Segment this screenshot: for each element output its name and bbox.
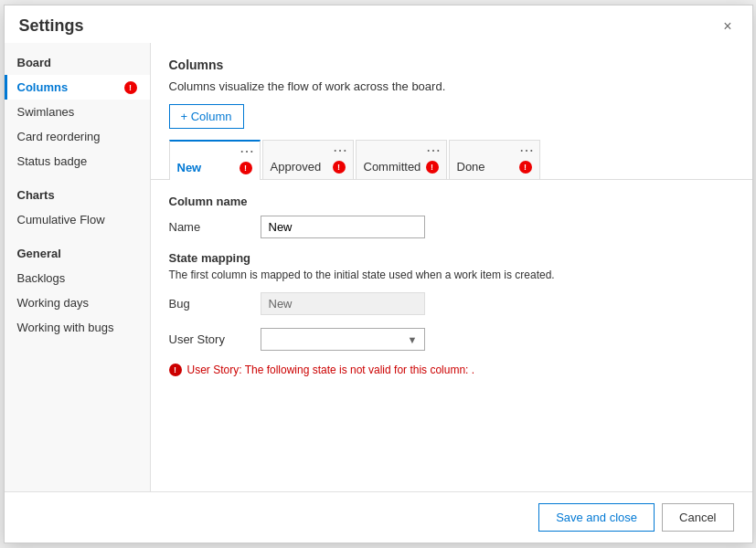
- main-content: Columns Columns visualize the flow of wo…: [151, 43, 752, 491]
- sidebar-item-columns[interactable]: Columns !: [5, 75, 150, 100]
- sidebar-item-working-with-bugs[interactable]: Working with bugs: [5, 315, 150, 340]
- sidebar: Board Columns ! Swimlanes Card reorderin…: [5, 43, 151, 491]
- sidebar-item-cumulative-flow[interactable]: Cumulative Flow: [5, 207, 150, 232]
- name-label: Name: [169, 220, 261, 234]
- add-column-button[interactable]: + Column: [169, 104, 244, 129]
- state-mapping-title: State mapping: [169, 251, 734, 265]
- sidebar-item-charts-header[interactable]: Charts: [5, 183, 150, 207]
- col-tab-approved[interactable]: ⋯ Approved !: [262, 140, 354, 179]
- scrollable-content: Column name Name State mapping The first…: [151, 180, 752, 491]
- col-tab-committed-error: !: [426, 161, 439, 174]
- user-story-form-row: User Story New Active Resolved Closed ▼: [169, 328, 734, 351]
- name-form-row: Name: [169, 216, 734, 238]
- col-tab-new-menu[interactable]: ⋯: [240, 144, 254, 159]
- columns-tabs: ⋯ New ! ⋯ Approved: [151, 140, 752, 180]
- columns-error-dot: !: [124, 81, 137, 94]
- col-tab-approved-name: Approved: [271, 160, 322, 174]
- column-name-section-title: Column name: [169, 195, 734, 208]
- error-text: User Story: The following state is not v…: [187, 364, 475, 376]
- title-bar: Settings ×: [5, 5, 752, 43]
- col-tab-committed[interactable]: ⋯ Committed !: [356, 140, 447, 179]
- dialog-title: Settings: [19, 16, 84, 36]
- main-heading: Columns: [169, 58, 734, 72]
- sidebar-item-status-badge[interactable]: Status badge: [5, 149, 150, 174]
- name-input[interactable]: [261, 216, 425, 238]
- cancel-button[interactable]: Cancel: [662, 503, 733, 532]
- sidebar-item-swimlanes[interactable]: Swimlanes: [5, 100, 150, 124]
- sidebar-item-general-header[interactable]: General: [5, 241, 150, 266]
- sidebar-item-card-reordering[interactable]: Card reordering: [5, 124, 150, 149]
- bug-label: Bug: [169, 297, 261, 311]
- col-tab-approved-menu[interactable]: ⋯: [333, 143, 347, 158]
- col-tab-done[interactable]: ⋯ Done !: [449, 140, 540, 179]
- col-tab-new[interactable]: ⋯ New !: [169, 140, 261, 180]
- col-tab-done-menu[interactable]: ⋯: [519, 143, 534, 158]
- sidebar-item-board[interactable]: Board: [5, 50, 150, 75]
- user-story-error: ! User Story: The following state is not…: [169, 364, 734, 376]
- col-tab-done-error: !: [519, 161, 532, 174]
- col-tab-done-name: Done: [457, 160, 485, 174]
- save-and-close-button[interactable]: Save and close: [538, 503, 655, 532]
- user-story-label: User Story: [169, 332, 261, 346]
- state-mapping-desc: The first column is mapped to the initia…: [169, 269, 734, 281]
- sidebar-item-working-days[interactable]: Working days: [5, 290, 150, 315]
- user-story-select[interactable]: New Active Resolved Closed: [261, 328, 425, 351]
- sidebar-item-backlogs[interactable]: Backlogs: [5, 266, 150, 290]
- bug-value: New: [261, 292, 425, 315]
- settings-dialog: Settings × Board Columns ! Swimlanes Car…: [4, 5, 753, 543]
- dialog-footer: Save and close Cancel: [5, 491, 752, 543]
- user-story-select-wrapper: New Active Resolved Closed ▼: [261, 328, 425, 351]
- col-tab-committed-name: Committed: [364, 160, 421, 174]
- bug-form-row: Bug New: [169, 292, 734, 315]
- close-button[interactable]: ×: [718, 17, 737, 36]
- main-description: Columns visualize the flow of work acros…: [169, 79, 734, 93]
- columns-tabs-area: ⋯ New ! ⋯ Approved: [151, 140, 752, 491]
- col-tab-approved-error: !: [333, 161, 346, 174]
- main-header: Columns Columns visualize the flow of wo…: [151, 43, 752, 140]
- col-tab-committed-menu[interactable]: ⋯: [426, 143, 441, 158]
- col-tab-new-name: New: [177, 161, 202, 174]
- state-mapping-section: State mapping The first column is mapped…: [169, 251, 734, 376]
- error-icon: !: [169, 364, 182, 376]
- col-tab-new-error: !: [240, 162, 252, 174]
- dialog-body: Board Columns ! Swimlanes Card reorderin…: [5, 43, 752, 491]
